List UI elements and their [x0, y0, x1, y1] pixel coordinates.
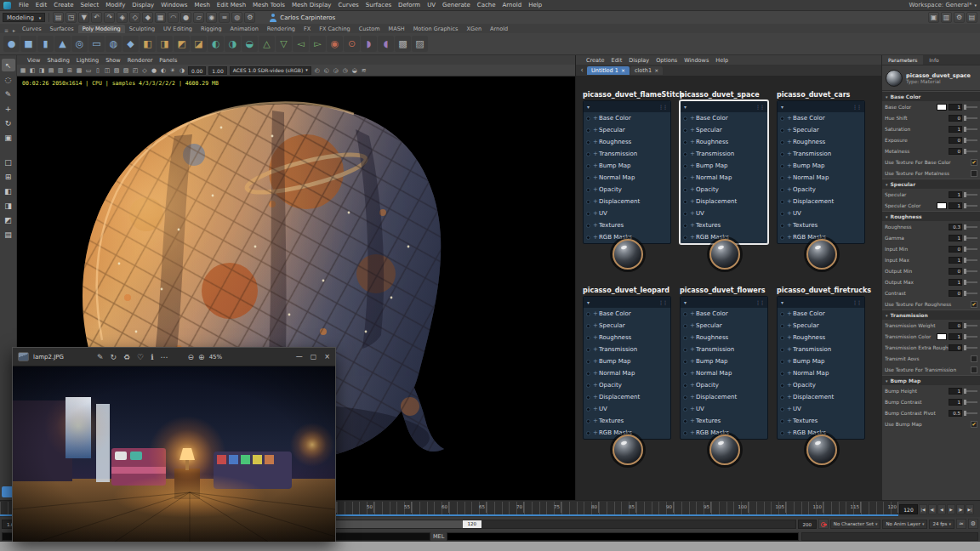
- expand-attribute-icon[interactable]: +: [787, 162, 793, 169]
- fps-selector[interactable]: 24 fps ▾: [929, 520, 954, 529]
- single-pane-layout-icon[interactable]: □: [2, 156, 15, 168]
- timeline-tick[interactable]: 115: [823, 502, 861, 513]
- shelf-tab-custom[interactable]: Custom: [355, 25, 385, 33]
- value-slider[interactable]: [964, 237, 977, 239]
- color-swatch[interactable]: [937, 202, 947, 209]
- field-chart-icon[interactable]: ▧: [112, 65, 121, 75]
- attribute-socket-icon[interactable]: [586, 431, 590, 435]
- auto-keyframe-toggle[interactable]: [818, 519, 829, 529]
- material-node[interactable]: picasso_duvet_flowers▾⋮⋮+Base Color+Spec…: [680, 287, 770, 440]
- node-attribute-row[interactable]: +Roughness: [778, 136, 864, 148]
- rotate-icon[interactable]: ↻: [110, 349, 117, 366]
- menu-uv[interactable]: UV: [424, 2, 439, 9]
- delete-icon[interactable]: ♻: [123, 349, 130, 366]
- material-node[interactable]: picasso_duvet_firetrucks▾⋮⋮+Base Color+S…: [777, 287, 867, 440]
- bevel-icon[interactable]: ◒: [242, 36, 258, 52]
- favorite-icon[interactable]: ♡: [137, 349, 144, 366]
- timeline-tick[interactable]: 100: [711, 502, 749, 513]
- node-body[interactable]: ▾⋮⋮+Base Color+Specular+Roughness+Transm…: [777, 100, 865, 244]
- timeline-tick[interactable]: 85: [599, 502, 636, 513]
- node-attribute-row[interactable]: +Roughness: [681, 136, 767, 148]
- expand-attribute-icon[interactable]: +: [593, 174, 599, 181]
- shelf-tab-poly-modeling[interactable]: Poly Modeling: [78, 25, 125, 33]
- value-field[interactable]: 1: [949, 202, 962, 209]
- node-attribute-row[interactable]: +Transmission: [584, 344, 670, 355]
- expand-attribute-icon[interactable]: +: [787, 346, 793, 353]
- material-node[interactable]: picasso_duvet_space▾⋮⋮+Base Color+Specul…: [680, 91, 770, 244]
- attribute-socket-icon[interactable]: [586, 360, 590, 364]
- attribute-socket-icon[interactable]: [780, 224, 784, 228]
- safe-action-icon[interactable]: ▨: [122, 65, 130, 75]
- zoom-in-icon[interactable]: ⊕: [198, 349, 205, 366]
- node-attribute-row[interactable]: +Displacement: [584, 196, 670, 207]
- shaded-icon[interactable]: ●: [150, 65, 158, 75]
- node-attribute-row[interactable]: +Specular: [778, 124, 864, 136]
- motion-blur-icon[interactable]: ≋: [360, 65, 368, 75]
- info-icon[interactable]: ℹ: [151, 349, 153, 366]
- node-attribute-row[interactable]: +Roughness: [778, 332, 864, 344]
- expand-attribute-icon[interactable]: +: [690, 310, 696, 317]
- shelf-tab-xgen[interactable]: XGen: [462, 25, 486, 33]
- expand-attribute-icon[interactable]: +: [690, 222, 696, 229]
- menu-mesh-tools[interactable]: Mesh Tools: [249, 2, 288, 9]
- node-attribute-row[interactable]: +Displacement: [778, 196, 864, 207]
- material-node[interactable]: picasso_duvet_flameStitch▾⋮⋮+Base Color+…: [583, 91, 673, 244]
- menu-deform[interactable]: Deform: [395, 2, 424, 9]
- image-viewer-titlebar[interactable]: lamp2.JPG ✎↻♻♡ℹ⋯ ⊖ ⊕ 45% — ▢ ×: [13, 348, 335, 366]
- attribute-socket-icon[interactable]: [780, 212, 784, 216]
- node-attribute-row[interactable]: +Normal Map: [778, 172, 864, 184]
- node-attribute-row[interactable]: +Displacement: [584, 391, 670, 403]
- viewport-menu-show[interactable]: Show: [102, 57, 124, 64]
- minimize-button[interactable]: —: [296, 353, 303, 361]
- snap-to-curve-icon[interactable]: ◠: [168, 12, 179, 23]
- value-slider[interactable]: [964, 194, 977, 196]
- channel-box-toggle-icon[interactable]: ▤: [966, 12, 977, 23]
- select-tool-icon[interactable]: ↖: [2, 59, 15, 71]
- attribute-socket-icon[interactable]: [780, 312, 784, 316]
- node-attribute-row[interactable]: +Base Color: [681, 112, 767, 124]
- new-scene-icon[interactable]: ▤: [53, 12, 64, 23]
- expand-attribute-icon[interactable]: +: [690, 394, 696, 400]
- node-attribute-row[interactable]: +Textures: [778, 219, 864, 231]
- node-attribute-row[interactable]: +Transmission: [584, 148, 670, 160]
- zoom-level[interactable]: 45%: [209, 354, 223, 361]
- attribute-socket-icon[interactable]: [683, 116, 687, 121]
- node-attribute-row[interactable]: +Transmission: [681, 344, 767, 355]
- boolean-intersection-icon[interactable]: ◩: [174, 36, 190, 52]
- soft-select-icon[interactable]: ▩: [395, 36, 411, 52]
- expand-attribute-icon[interactable]: +: [787, 115, 793, 122]
- tool-settings-toggle-icon[interactable]: ⚙: [954, 12, 965, 23]
- node-attribute-row[interactable]: +Displacement: [778, 391, 864, 403]
- construction-history-icon[interactable]: ≡: [219, 12, 230, 23]
- node-attribute-row[interactable]: +UV: [778, 403, 864, 415]
- value-slider[interactable]: [964, 401, 977, 403]
- value-field[interactable]: 0: [949, 268, 962, 275]
- shelf-tab-fx-caching[interactable]: FX Caching: [315, 25, 355, 33]
- collapse-icon[interactable]: ▾: [587, 299, 590, 305]
- shelf-tab-surfaces[interactable]: Surfaces: [46, 25, 78, 33]
- expand-attribute-icon[interactable]: +: [690, 162, 696, 169]
- attribute-socket-icon[interactable]: [780, 236, 784, 240]
- node-editor-menu-help[interactable]: Help: [712, 57, 732, 64]
- attribute-socket-icon[interactable]: [586, 395, 590, 400]
- attribute-socket-icon[interactable]: [780, 348, 784, 352]
- expand-attribute-icon[interactable]: +: [787, 334, 793, 341]
- value-field[interactable]: 0: [949, 137, 962, 144]
- expand-attribute-icon[interactable]: +: [690, 429, 696, 436]
- node-body[interactable]: ▾⋮⋮+Base Color+Specular+Roughness+Transm…: [680, 100, 768, 244]
- menu-display[interactable]: Display: [128, 2, 157, 9]
- boolean-union-icon[interactable]: ◧: [140, 36, 156, 52]
- expand-attribute-icon[interactable]: +: [690, 139, 696, 145]
- attribute-socket-icon[interactable]: [586, 188, 590, 192]
- expand-attribute-icon[interactable]: +: [787, 210, 793, 217]
- node-attribute-row[interactable]: +Bump Map: [681, 355, 767, 367]
- attribute-socket-icon[interactable]: [683, 212, 687, 216]
- expand-attribute-icon[interactable]: +: [690, 186, 696, 193]
- snap-to-plane-icon[interactable]: ▱: [193, 12, 204, 23]
- attribute-socket-icon[interactable]: [683, 164, 687, 168]
- node-header[interactable]: ▾⋮⋮: [778, 101, 864, 112]
- attribute-socket-icon[interactable]: [683, 152, 687, 156]
- expand-attribute-icon[interactable]: +: [787, 322, 793, 329]
- menu-set-selector[interactable]: Modeling ▾: [3, 13, 45, 22]
- value-slider[interactable]: [964, 325, 977, 327]
